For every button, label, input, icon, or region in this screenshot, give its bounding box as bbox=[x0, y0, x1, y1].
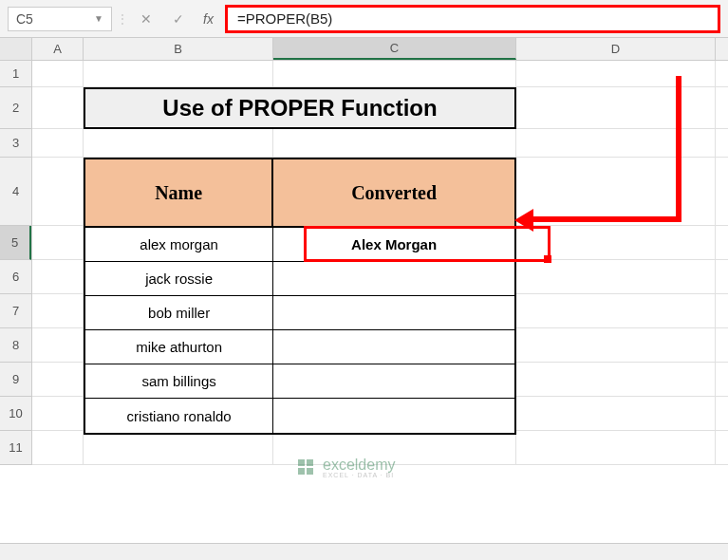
table-row: alex morgan Alex Morgan bbox=[85, 228, 514, 262]
row-headers: 1 2 3 4 5 6 7 8 9 10 11 bbox=[0, 61, 32, 465]
col-header-D[interactable]: D bbox=[516, 38, 716, 60]
data-table: Name Converted alex morgan Alex Morgan j… bbox=[84, 158, 516, 435]
cell-converted[interactable] bbox=[273, 364, 514, 398]
row-header-9[interactable]: 9 bbox=[0, 363, 31, 397]
cancel-icon[interactable]: ✕ bbox=[133, 7, 159, 31]
name-box-value: C5 bbox=[16, 11, 33, 27]
name-box[interactable]: C5 ▼ bbox=[8, 7, 112, 31]
formula-bar: C5 ▼ ⋮ ✕ ✓ fx =PROPER(B5) bbox=[0, 0, 728, 38]
row-header-1[interactable]: 1 bbox=[0, 61, 31, 87]
row-header-3[interactable]: 3 bbox=[0, 129, 31, 158]
header-name[interactable]: Name bbox=[85, 159, 273, 226]
cell-converted[interactable] bbox=[273, 399, 514, 433]
table-row: cristiano ronaldo bbox=[85, 399, 514, 433]
col-header-A[interactable]: A bbox=[32, 38, 84, 60]
enter-icon[interactable]: ✓ bbox=[165, 7, 192, 31]
cell-name[interactable]: alex morgan bbox=[85, 228, 273, 261]
column-headers: A B C D bbox=[0, 38, 728, 61]
table-row: jack rossie bbox=[85, 262, 514, 296]
cell-converted[interactable]: Alex Morgan bbox=[273, 228, 514, 261]
row-header-11[interactable]: 11 bbox=[0, 431, 31, 465]
cell-name[interactable]: jack rossie bbox=[85, 262, 273, 295]
cell-name[interactable]: bob miller bbox=[85, 296, 273, 329]
table-row: bob miller bbox=[85, 296, 514, 330]
watermark: exceldemy EXCEL · DATA · BI bbox=[294, 456, 395, 478]
cell-converted[interactable] bbox=[273, 296, 514, 329]
watermark-tag: EXCEL · DATA · BI bbox=[323, 472, 395, 478]
horizontal-scrollbar[interactable] bbox=[0, 543, 728, 560]
row-header-2[interactable]: 2 bbox=[0, 87, 31, 129]
logo-icon bbox=[294, 456, 317, 478]
sheet-title[interactable]: Use of PROPER Function bbox=[84, 87, 516, 129]
table-row: mike athurton bbox=[85, 330, 514, 364]
header-converted[interactable]: Converted bbox=[273, 159, 514, 226]
cell-name[interactable]: cristiano ronaldo bbox=[85, 399, 273, 433]
select-all-corner[interactable] bbox=[0, 38, 32, 60]
row-header-10[interactable]: 10 bbox=[0, 397, 31, 431]
cell-name[interactable]: mike athurton bbox=[85, 330, 273, 364]
cell-converted[interactable] bbox=[273, 262, 514, 295]
chevron-down-icon[interactable]: ▼ bbox=[94, 13, 103, 24]
formula-input[interactable]: =PROPER(B5) bbox=[225, 5, 720, 33]
formula-text: =PROPER(B5) bbox=[237, 10, 332, 27]
row-header-6[interactable]: 6 bbox=[0, 260, 31, 294]
row-header-7[interactable]: 7 bbox=[0, 294, 31, 328]
row-header-8[interactable]: 8 bbox=[0, 328, 31, 363]
col-header-B[interactable]: B bbox=[84, 38, 273, 60]
table-row: sam billings bbox=[85, 364, 514, 399]
row-header-4[interactable]: 4 bbox=[0, 158, 31, 226]
table-header-row: Name Converted bbox=[85, 159, 514, 228]
cell-name[interactable]: sam billings bbox=[85, 364, 273, 398]
watermark-brand: exceldemy bbox=[323, 457, 395, 474]
col-header-C[interactable]: C bbox=[273, 38, 516, 60]
cell-converted[interactable] bbox=[273, 330, 514, 364]
row-header-5[interactable]: 5 bbox=[0, 226, 31, 260]
spreadsheet-grid: A B C D 1 2 3 4 5 6 7 8 9 10 11 bbox=[0, 38, 728, 465]
separator: ⋮ bbox=[118, 7, 127, 31]
cells-area[interactable]: Use of PROPER Function Name Converted al… bbox=[32, 61, 728, 465]
fx-icon[interactable]: fx bbox=[203, 11, 214, 27]
